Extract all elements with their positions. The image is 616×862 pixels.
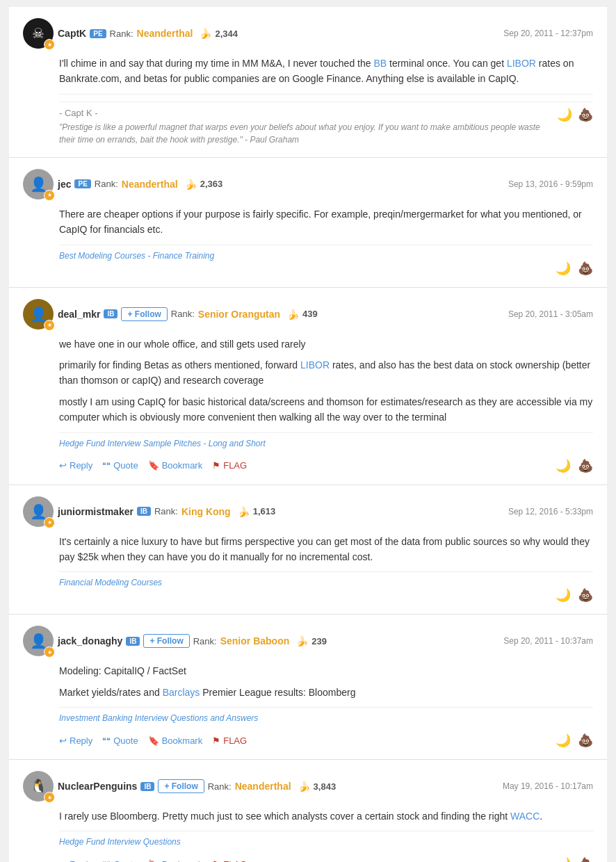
banana-icon: 🍌 bbox=[296, 635, 308, 646]
inline-link[interactable]: WACC bbox=[510, 811, 540, 822]
action-bar: ↩ Reply❝❝ Quote🔖 Bookmark⚑ FLAG🌙💩 bbox=[59, 852, 593, 862]
comment-text: Modeling: CapitalIQ / FactSetMarket yiel… bbox=[59, 663, 593, 700]
avatar: 👤★ bbox=[23, 626, 54, 656]
moon-icon[interactable]: 🌙 bbox=[557, 107, 572, 122]
inline-link[interactable]: Barclays bbox=[163, 687, 200, 698]
rank-value[interactable]: Neanderthal bbox=[122, 179, 178, 190]
follow-button[interactable]: + Follow bbox=[143, 634, 189, 648]
inline-link[interactable]: BB bbox=[373, 58, 387, 69]
sig-icons: 🌙💩 bbox=[557, 107, 593, 122]
resource-link[interactable]: Financial Modeling Courses bbox=[59, 578, 593, 587]
inline-link[interactable]: LIBOR bbox=[507, 58, 536, 69]
comment-text: we have one in our whole office, and sti… bbox=[59, 336, 593, 425]
timestamp: Sep 20, 2011 - 10:37am bbox=[503, 636, 593, 646]
rank-label: Rank: bbox=[154, 506, 178, 517]
comment-jack_donaghy: 👤★jack_donaghyIB+ Follow Rank: Senior Ba… bbox=[9, 615, 607, 760]
quote-icon: ❝❝ bbox=[102, 461, 111, 470]
reply-button[interactable]: ↩ Reply bbox=[59, 859, 92, 862]
comment-body: I'll chime in and say that during my tim… bbox=[59, 56, 593, 146]
reply-button[interactable]: ↩ Reply bbox=[59, 460, 92, 471]
comment-paragraph: mostly I am using CapIQ for basic histor… bbox=[59, 394, 593, 425]
avatar: 👤★ bbox=[23, 169, 54, 200]
banana-icon: 🍌 bbox=[238, 506, 250, 517]
comment-text: It's certainly a nice luxury to have but… bbox=[59, 534, 593, 565]
resource-link-container: Best Modeling Courses - Finance Training… bbox=[59, 245, 593, 276]
inline-link[interactable]: LIBOR bbox=[300, 359, 330, 371]
resource-link[interactable]: Best Modeling Courses - Finance Training bbox=[59, 251, 593, 261]
poo-icon[interactable]: 💩 bbox=[578, 856, 593, 862]
moon-icon[interactable]: 🌙 bbox=[556, 587, 571, 603]
rank-label: Rank: bbox=[208, 781, 232, 792]
comment-body: It's certainly a nice luxury to have but… bbox=[59, 534, 593, 603]
comment-paragraph: we have one in our whole office, and sti… bbox=[59, 336, 593, 352]
username[interactable]: juniormistmaker bbox=[58, 506, 133, 517]
vote-icons: 🌙💩 bbox=[556, 458, 593, 473]
rank-label: Rank: bbox=[95, 179, 118, 189]
follow-button[interactable]: + Follow bbox=[158, 779, 204, 793]
rank-value[interactable]: Neanderthal bbox=[137, 28, 193, 39]
reply-button[interactable]: ↩ Reply bbox=[59, 735, 92, 746]
timestamp: Sep 20, 2011 - 12:37pm bbox=[503, 29, 593, 38]
flag-icon: ⚑ bbox=[212, 735, 220, 746]
username[interactable]: CaptK bbox=[58, 28, 86, 39]
resource-link[interactable]: Hedge Fund Interview Questions bbox=[59, 837, 593, 847]
moon-icon[interactable]: 🌙 bbox=[556, 261, 571, 276]
comment-nuclearpenguins: 🐧★NuclearPenguinsIB+ Follow Rank: Neande… bbox=[9, 760, 607, 862]
follow-button[interactable]: + Follow bbox=[121, 307, 167, 321]
comment-paragraph: primarily for finding Betas as others me… bbox=[59, 357, 593, 389]
comment-text: I'll chime in and say that during my tim… bbox=[59, 56, 593, 87]
username[interactable]: jack_donaghy bbox=[58, 635, 122, 646]
username[interactable]: NuclearPenguins bbox=[58, 781, 137, 792]
banana-icon: 🍌 bbox=[200, 28, 211, 39]
rank-value[interactable]: King Kong bbox=[181, 506, 231, 517]
reply-icon: ↩ bbox=[59, 460, 67, 471]
timestamp: May 19, 2016 - 10:17am bbox=[503, 781, 593, 791]
bookmark-button[interactable]: 🔖 Bookmark bbox=[148, 735, 203, 746]
rank-value[interactable]: Senior Orangutan bbox=[198, 309, 280, 320]
poo-icon[interactable]: 💩 bbox=[578, 733, 593, 748]
username[interactable]: deal_mkr bbox=[58, 309, 100, 320]
signature-block: - Capt K -🌙💩"Prestige is like a powerful… bbox=[59, 101, 593, 146]
user-info: jack_donaghyIB+ Follow Rank: Senior Babo… bbox=[58, 634, 327, 648]
sig-quote: "Prestige is like a powerful magnet that… bbox=[59, 121, 593, 146]
avatar-badge: ★ bbox=[44, 792, 55, 803]
rank-value[interactable]: Neanderthal bbox=[235, 781, 291, 792]
comment-jec: 👤★jecPE Rank: Neanderthal 🍌2,363Sep 13, … bbox=[9, 158, 607, 288]
poo-icon[interactable]: 💩 bbox=[578, 458, 593, 473]
sig-name: - Capt K - bbox=[59, 108, 593, 118]
action-bar: ↩ Reply❝❝ Quote🔖 Bookmark⚑ FLAG🌙💩 bbox=[59, 729, 593, 748]
rank-label: Rank: bbox=[193, 636, 217, 646]
flag-button[interactable]: ⚑ FLAG bbox=[212, 460, 247, 471]
action-bar: ↩ Reply❝❝ Quote🔖 Bookmark⚑ FLAG🌙💩 bbox=[59, 454, 593, 473]
comment-paragraph: It's certainly a nice luxury to have but… bbox=[59, 534, 593, 565]
avatar: 👤★ bbox=[23, 299, 54, 330]
flag-button[interactable]: ⚑ FLAG bbox=[212, 859, 247, 862]
user-info: deal_mkrIB+ Follow Rank: Senior Oranguta… bbox=[58, 307, 318, 321]
banana-icon: 🍌 bbox=[185, 179, 197, 190]
rank-value[interactable]: Senior Baboon bbox=[220, 635, 290, 646]
flag-button[interactable]: ⚑ FLAG bbox=[212, 735, 247, 746]
bookmark-button[interactable]: 🔖 Bookmark bbox=[148, 859, 203, 862]
flag-icon: ⚑ bbox=[212, 859, 220, 862]
bookmark-icon: 🔖 bbox=[148, 735, 159, 746]
banana-count: 3,843 bbox=[314, 781, 337, 792]
quote-button[interactable]: ❝❝ Quote bbox=[102, 859, 138, 862]
poo-icon[interactable]: 💩 bbox=[578, 107, 593, 122]
user-tag: IB bbox=[137, 507, 151, 516]
quote-button[interactable]: ❝❝ Quote bbox=[102, 735, 138, 746]
poo-icon[interactable]: 💩 bbox=[578, 261, 593, 276]
resource-link[interactable]: Investment Banking Interview Questions a… bbox=[59, 713, 593, 723]
poo-icon[interactable]: 💩 bbox=[578, 587, 593, 603]
moon-icon[interactable]: 🌙 bbox=[556, 458, 571, 473]
username[interactable]: jec bbox=[58, 179, 71, 190]
reply-icon: ↩ bbox=[59, 859, 67, 862]
quote-button[interactable]: ❝❝ Quote bbox=[102, 460, 138, 471]
moon-icon[interactable]: 🌙 bbox=[556, 733, 571, 748]
comment-paragraph: I rarely use Bloomberg. Pretty much just… bbox=[59, 808, 593, 824]
resource-link[interactable]: Hedge Fund Interview Sample Pitches - Lo… bbox=[59, 439, 593, 448]
avatar-badge: ★ bbox=[44, 646, 55, 658]
user-tag: PE bbox=[90, 29, 106, 38]
moon-icon[interactable]: 🌙 bbox=[556, 856, 571, 862]
banana-count: 239 bbox=[311, 636, 327, 646]
bookmark-button[interactable]: 🔖 Bookmark bbox=[148, 460, 203, 471]
